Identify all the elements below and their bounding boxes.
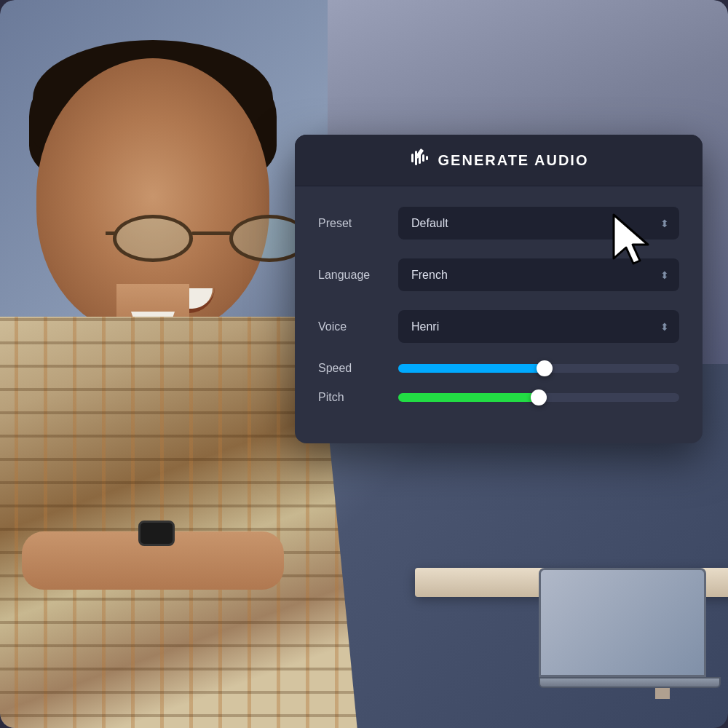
speed-label: Speed [318,362,398,375]
glasses [106,211,317,269]
speed-row: Speed [318,362,679,375]
language-label: Language [318,269,398,282]
audio-icon [409,148,430,173]
preset-select[interactable]: Default Custom News Story Podcast [398,207,679,240]
svg-rect-3 [422,154,424,162]
glasses-bridge [191,232,231,235]
laptop-base [539,677,721,688]
language-select-wrapper: French English Spanish German Italian ⬍ [398,258,679,291]
voice-label: Voice [318,320,398,333]
pitch-slider[interactable] [398,393,679,402]
glasses-frame-left [113,215,193,262]
language-select[interactable]: French English Spanish German Italian [398,258,679,291]
pitch-row: Pitch [318,391,679,404]
preset-label: Preset [318,217,398,230]
language-row: Language French English Spanish German I… [318,258,679,291]
panel-header: GENERATE AUDIO [295,135,703,186]
pitch-thumb[interactable] [531,389,547,405]
svg-rect-0 [411,154,414,162]
panel-body: Preset Default Custom News Story Podcast… [295,186,703,404]
generate-audio-panel: GENERATE AUDIO Preset Default Custom New… [295,135,703,443]
panel-title: GENERATE AUDIO [438,152,589,169]
speed-slider[interactable] [398,364,679,373]
speed-thumb[interactable] [537,360,553,376]
laptop-screen [539,568,706,677]
voice-row: Voice Henri Marie Pierre Sophie ⬍ [318,310,679,343]
voice-select[interactable]: Henri Marie Pierre Sophie [398,310,679,343]
preset-select-wrapper: Default Custom News Story Podcast ⬍ [398,207,679,240]
preset-row: Preset Default Custom News Story Podcast… [318,207,679,240]
pitch-label: Pitch [318,391,398,404]
svg-rect-4 [426,156,428,160]
voice-select-wrapper: Henri Marie Pierre Sophie ⬍ [398,310,679,343]
laptop [539,568,721,699]
watch [138,521,175,546]
